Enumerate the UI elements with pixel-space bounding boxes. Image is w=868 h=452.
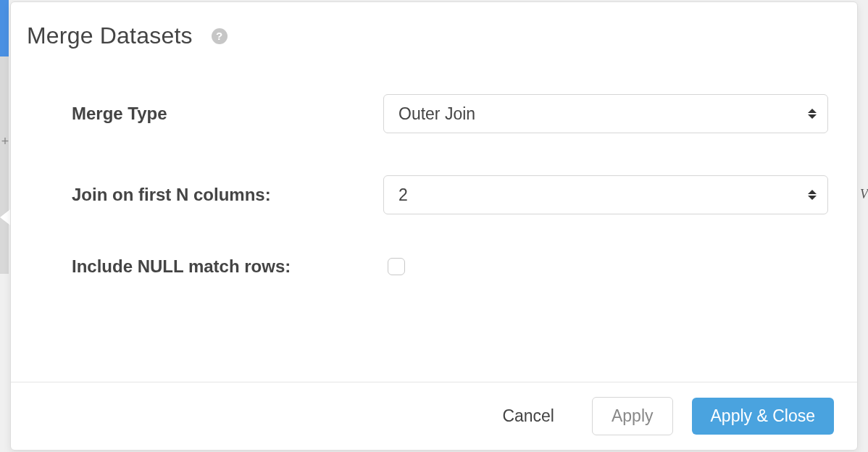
background-accent-strip [0, 0, 9, 56]
join-n-columns-row: Join on first N columns: 2 [27, 175, 828, 214]
merge-type-select[interactable]: Outer Join [383, 94, 828, 133]
dialog-title: Merge Datasets [27, 22, 193, 49]
dialog-footer: Cancel Apply Apply & Close [11, 382, 857, 450]
join-n-columns-select[interactable]: 2 [383, 175, 828, 214]
include-null-rows-row: Include NULL match rows: [27, 256, 828, 277]
dialog-body: Merge Datasets ? Merge Type Outer Join J… [11, 2, 857, 382]
background-right-glyph: V [860, 187, 868, 202]
join-n-columns-label: Join on first N columns: [72, 185, 383, 205]
help-icon[interactable]: ? [212, 28, 228, 44]
background-gray-strip [0, 56, 9, 274]
background-plus-icon: + [0, 130, 10, 152]
apply-close-button[interactable]: Apply & Close [692, 398, 834, 435]
include-null-rows-label: Include NULL match rows: [72, 256, 383, 277]
dialog-title-row: Merge Datasets ? [27, 22, 828, 49]
join-n-columns-select-wrap: 2 [383, 175, 828, 214]
merge-type-select-wrap: Outer Join [383, 94, 828, 133]
merge-type-value: Outer Join [398, 104, 475, 124]
cancel-button[interactable]: Cancel [483, 398, 573, 435]
apply-button[interactable]: Apply [592, 397, 673, 435]
merge-type-label: Merge Type [72, 104, 383, 124]
merge-type-row: Merge Type Outer Join [27, 94, 828, 133]
include-null-rows-checkbox[interactable] [388, 258, 405, 275]
join-n-columns-value: 2 [398, 185, 408, 205]
merge-datasets-dialog: Merge Datasets ? Merge Type Outer Join J… [10, 1, 858, 451]
